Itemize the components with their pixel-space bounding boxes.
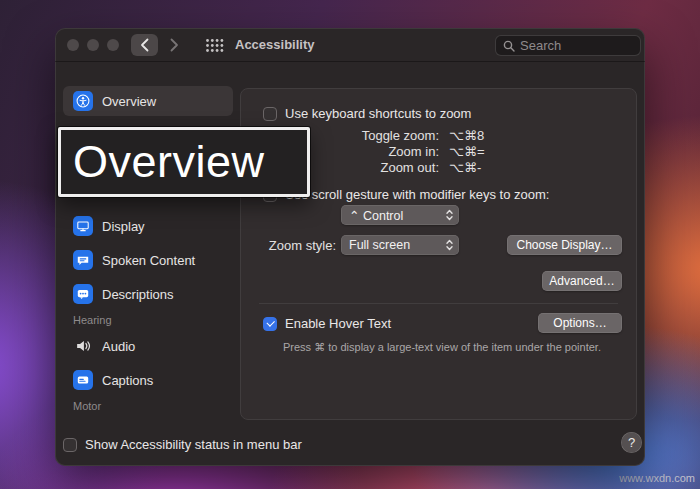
back-chevron-icon bbox=[140, 38, 149, 52]
choose-display-button[interactable]: Choose Display… bbox=[507, 235, 622, 255]
sidebar-item-spoken-content[interactable]: Spoken Content bbox=[63, 245, 233, 275]
traffic-lights bbox=[67, 39, 119, 51]
desktop: www.wxdn.com bbox=[0, 0, 700, 489]
sidebar-item-display[interactable]: Display bbox=[63, 211, 233, 241]
sidebar-item-audio[interactable]: Audio bbox=[63, 331, 233, 361]
search-placeholder: Search bbox=[520, 38, 561, 53]
help-button[interactable]: ? bbox=[621, 432, 642, 453]
sidebar-item-label: Spoken Content bbox=[102, 253, 195, 268]
hover-text-note: Press ⌘ to display a large-text view of … bbox=[283, 341, 619, 354]
panel-divider bbox=[259, 303, 618, 304]
search-icon bbox=[503, 40, 515, 52]
enable-hover-text-row: Enable Hover Text bbox=[263, 316, 391, 331]
minimize-button[interactable] bbox=[87, 39, 99, 51]
scroll-gesture-zoom-label: Use scroll gesture with modifier keys to… bbox=[285, 187, 549, 202]
sidebar-item-label: Captions bbox=[102, 373, 153, 388]
titlebar: Accessibility Search bbox=[55, 28, 645, 62]
enable-hover-text-label: Enable Hover Text bbox=[285, 316, 391, 331]
zoom-button[interactable] bbox=[107, 39, 119, 51]
advanced-button[interactable]: Advanced… bbox=[542, 271, 622, 291]
show-all-grid-icon[interactable] bbox=[205, 38, 224, 56]
sidebar-item-label: Descriptions bbox=[102, 287, 174, 302]
popup-chevrons-icon bbox=[445, 208, 454, 222]
sidebar-item-overview[interactable]: Overview bbox=[63, 86, 233, 116]
sidebar-item-label: Display bbox=[102, 219, 145, 234]
hover-text-zoom-overlay: Overview bbox=[58, 127, 310, 197]
status-menubar-checkbox[interactable] bbox=[63, 438, 77, 452]
sidebar-item-captions[interactable]: Captions bbox=[63, 365, 233, 395]
captions-icon bbox=[73, 370, 93, 390]
accessibility-icon bbox=[73, 91, 93, 111]
sidebar-section-hearing: Hearing bbox=[73, 314, 112, 326]
forward-chevron-icon bbox=[170, 38, 179, 52]
window-title: Accessibility bbox=[235, 37, 315, 52]
popup-chevrons-icon bbox=[445, 238, 454, 252]
modifier-key-dropdown[interactable]: ⌃ Control bbox=[341, 205, 459, 225]
keyboard-shortcuts-zoom-row: Use keyboard shortcuts to zoom bbox=[263, 106, 471, 121]
descriptions-icon bbox=[73, 284, 93, 304]
forward-button[interactable] bbox=[163, 34, 185, 56]
sidebar-item-label: Audio bbox=[102, 339, 135, 354]
system-preferences-window: Accessibility Search Overview Display bbox=[55, 28, 645, 466]
search-field[interactable]: Search bbox=[495, 35, 641, 56]
sidebar-section-motor: Motor bbox=[73, 400, 101, 412]
status-menubar-row: Show Accessibility status in menu bar bbox=[63, 437, 302, 452]
keyboard-shortcuts-zoom-checkbox[interactable] bbox=[263, 107, 277, 121]
display-icon bbox=[73, 216, 93, 236]
zoom-style-dropdown[interactable]: Full screen bbox=[341, 235, 459, 255]
zoom-style-label: Zoom style: bbox=[241, 238, 336, 253]
options-button[interactable]: Options… bbox=[538, 313, 622, 333]
audio-icon bbox=[73, 336, 93, 356]
keyboard-shortcuts-zoom-label: Use keyboard shortcuts to zoom bbox=[285, 106, 471, 121]
back-button[interactable] bbox=[131, 34, 158, 56]
enable-hover-text-checkbox[interactable] bbox=[263, 317, 277, 331]
status-menubar-label: Show Accessibility status in menu bar bbox=[85, 437, 302, 452]
close-button[interactable] bbox=[67, 39, 79, 51]
sidebar-item-descriptions[interactable]: Descriptions bbox=[63, 279, 233, 309]
spoken-content-icon bbox=[73, 250, 93, 270]
sidebar-item-label: Overview bbox=[102, 94, 156, 109]
watermark: www.wxdn.com bbox=[619, 472, 695, 484]
